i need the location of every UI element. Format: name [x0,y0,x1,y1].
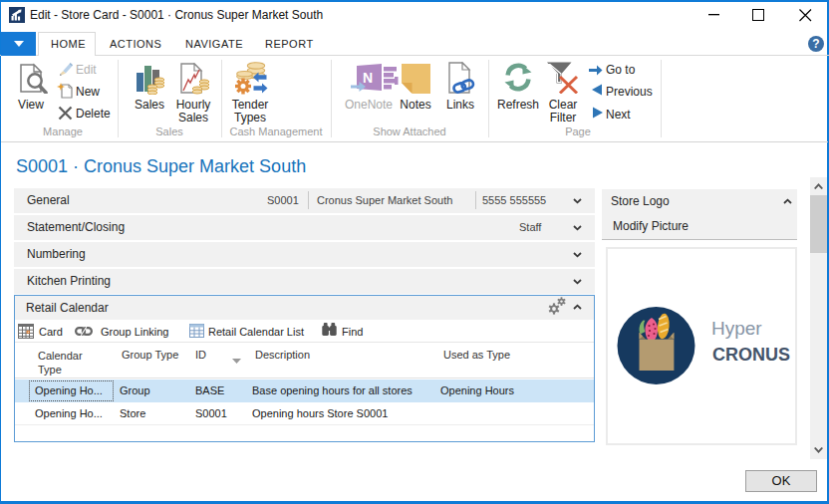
svg-text:N: N [363,70,373,86]
